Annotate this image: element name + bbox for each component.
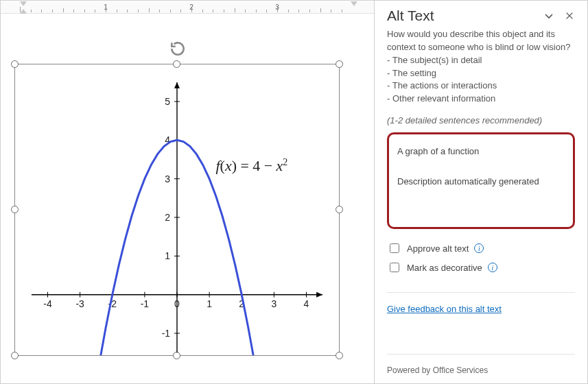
approve-alt-text-label: Approve alt text [407, 243, 469, 254]
alt-text-pane: Alt Text How would you describe this obj… [375, 1, 587, 383]
svg-text:-1: -1 [162, 328, 171, 339]
mark-decorative-checkbox[interactable] [390, 263, 399, 272]
resize-handle-se[interactable] [336, 352, 343, 359]
svg-text:f(x) = 4 − x2: f(x) = 4 − x2 [216, 157, 288, 174]
alt-text-input[interactable] [396, 143, 566, 206]
approve-alt-text-checkbox[interactable] [390, 243, 399, 253]
pane-description: How would you describe this object and i… [387, 28, 575, 106]
document-canvas[interactable]: 123 -4-3-2-101234-112345f(x) = 4 − x2 [1, 1, 375, 383]
svg-text:-4: -4 [43, 298, 52, 309]
svg-text:0: 0 [174, 298, 180, 309]
resize-handle-ne[interactable] [336, 60, 343, 68]
svg-text:2: 2 [165, 212, 170, 223]
svg-text:1: 1 [165, 250, 170, 261]
close-icon[interactable] [564, 10, 575, 21]
info-icon[interactable]: i [474, 243, 484, 253]
recommendation-text: (1-2 detailed sentences recommended) [387, 115, 575, 125]
chevron-down-icon[interactable] [543, 10, 554, 21]
svg-text:5: 5 [165, 96, 170, 107]
svg-text:-3: -3 [75, 298, 84, 309]
svg-text:3: 3 [271, 298, 277, 309]
horizontal-ruler[interactable]: 123 [1, 1, 374, 14]
pane-title: Alt Text [387, 8, 434, 24]
mark-decorative-label: Mark as decorative [407, 263, 482, 273]
alt-text-highlight [387, 132, 575, 229]
feedback-link[interactable]: Give feedback on this alt text [387, 304, 575, 314]
svg-text:4: 4 [304, 298, 309, 309]
svg-text:-1: -1 [141, 298, 150, 309]
svg-text:1: 1 [207, 298, 212, 309]
rotate-handle-icon[interactable] [168, 39, 187, 58]
image-selection-box[interactable]: -4-3-2-101234-112345f(x) = 4 − x2 [14, 64, 340, 356]
svg-text:3: 3 [165, 173, 170, 184]
resize-handle-e[interactable] [336, 206, 343, 213]
pane-footer: Powered by Office Services [387, 365, 575, 375]
function-chart: -4-3-2-101234-112345f(x) = 4 − x2 [18, 64, 336, 355]
info-icon[interactable]: i [488, 263, 497, 272]
